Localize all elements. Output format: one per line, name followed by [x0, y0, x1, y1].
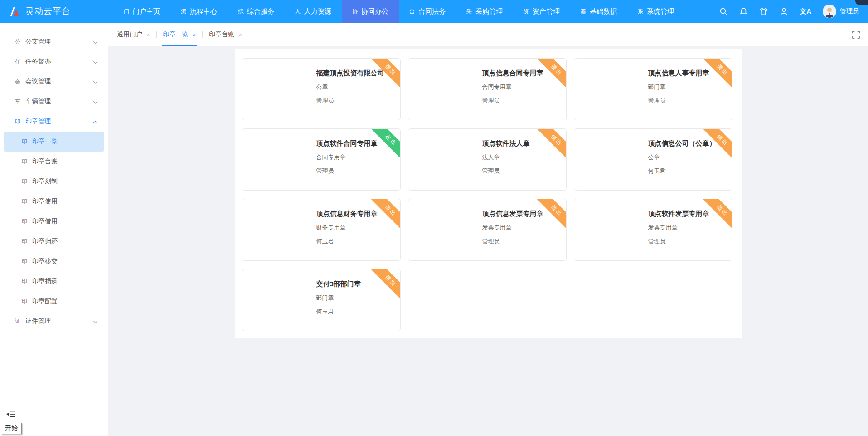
sidebar-subitem-seal-config[interactable]: 印 印章配置 [4, 291, 104, 311]
certificate-icon: 证 [15, 318, 22, 325]
seal-type: 发票专用章 [648, 224, 726, 232]
seal-icon: 印 [22, 178, 29, 186]
general-services-icon: 综 [238, 8, 243, 15]
hr-icon: 人 [295, 8, 301, 15]
sidebar-item-official-docs[interactable]: 公 公文管理 [0, 32, 108, 52]
sidebar-subitem-seal-ledger[interactable]: 印 印章台账 [4, 152, 104, 171]
contract-legal-icon: 合 [409, 8, 415, 15]
close-icon[interactable]: × [146, 31, 150, 38]
seal-image-placeholder [574, 59, 640, 120]
chevron-down-icon [93, 98, 98, 105]
nav-label: 协同办公 [361, 7, 388, 16]
tab-divider [156, 31, 157, 38]
tab-seal-ledger[interactable]: 印章台账 × [204, 23, 247, 46]
nav-label: 资产管理 [533, 7, 560, 16]
sidebar-subitem-label: 印章配置 [32, 297, 104, 305]
procurement-icon: 采 [466, 8, 472, 15]
nav-label: 合同法务 [418, 7, 446, 16]
close-icon[interactable]: × [193, 31, 196, 38]
seal-title: 福建顶点投资有限公司（公... [316, 69, 394, 78]
nav-item-general-services[interactable]: 综 综合服务 [228, 0, 285, 23]
sidebar-item-label: 公文管理 [25, 38, 93, 46]
nav-item-portal-home[interactable]: 门 门户主页 [113, 0, 170, 23]
seal-card[interactable]: 顶点信息人事专用章 部门章 管理员 借出 [574, 58, 732, 120]
user-icon[interactable] [780, 7, 788, 16]
sidebar-item-certificate-management[interactable]: 证 证件管理 [0, 311, 108, 331]
seal-title: 顶点软件法人章 [482, 139, 560, 148]
sidebar-subitem-seal-overview[interactable]: 印 印章一览 [4, 132, 104, 152]
seal-type: 发票专用章 [482, 224, 560, 232]
logo-icon [9, 5, 21, 17]
sidebar-subitem-seal-engraving[interactable]: 印 印章刻制 [4, 171, 104, 191]
seal-icon: 印 [22, 278, 29, 285]
seal-keeper: 何玉君 [316, 237, 394, 245]
seal-image-placeholder [574, 199, 640, 260]
chevron-up-icon [93, 118, 98, 125]
sidebar-item-meetings[interactable]: 会 会议管理 [0, 72, 108, 92]
seal-icon: 印 [22, 238, 29, 245]
seal-type: 法人章 [482, 153, 560, 162]
sidebar-subitem-label: 印章刻制 [32, 177, 104, 186]
seal-card[interactable]: 顶点信息发票专用章 发票专用章 管理员 借出 [408, 199, 567, 261]
seal-keeper: 管理员 [316, 97, 394, 105]
tab-seal-overview[interactable]: 印章一览 × [158, 23, 202, 46]
base-data-icon: 基 [581, 8, 586, 15]
seal-icon: 印 [22, 158, 29, 166]
seal-card[interactable]: 顶点信息合同专用章 合同专用章 管理员 借出 [408, 58, 567, 120]
sidebar-item-label: 印章管理 [25, 118, 93, 126]
seal-card[interactable]: 顶点信息公司（公章） 公章 何玉君 借出 [574, 128, 732, 191]
nav-item-assets[interactable]: 资 资产管理 [513, 0, 570, 23]
tab-general-portal[interactable]: 通用门户 × [112, 23, 155, 46]
language-icon[interactable]: 文A [800, 7, 811, 16]
nav-label: 人力资源 [304, 7, 331, 16]
sidebar-subitem-seal-loss[interactable]: 印 印章损遗 [4, 271, 104, 291]
search-icon[interactable] [719, 7, 728, 16]
sidebar-subitem-label: 印章使用 [32, 197, 104, 206]
user-menu[interactable]: 管理员 [823, 5, 859, 18]
close-icon[interactable]: × [238, 31, 242, 38]
browser-overlay-pill [855, 0, 868, 5]
nav-item-collaborative-office[interactable]: 协 协同办公 [342, 0, 399, 23]
seal-title: 顶点信息公司（公章） [648, 139, 726, 148]
seal-card[interactable]: 顶点信息财务专用章 财务专用章 何玉君 借出 [242, 199, 401, 261]
nav-item-hr[interactable]: 人 人力资源 [285, 0, 342, 23]
collapse-sidebar-icon[interactable] [6, 411, 16, 420]
sidebar-subitem-seal-transfer[interactable]: 印 印章移交 [4, 251, 104, 271]
seal-card[interactable]: 顶点软件发票专用章 发票专用章 管理员 借出 [574, 199, 732, 261]
seal-type: 部门章 [648, 83, 726, 91]
seal-image-placeholder [242, 269, 308, 331]
start-tooltip[interactable]: 开始 [1, 423, 22, 434]
sidebar-subitem-seal-usage[interactable]: 印 印章使用 [4, 191, 104, 211]
seal-icon: 印 [22, 258, 29, 265]
seal-title: 交付3部部门章 [316, 280, 394, 289]
sidebar-item-seal-management[interactable]: 印 印章管理 [0, 112, 108, 132]
nav-item-procurement[interactable]: 采 采购管理 [456, 0, 513, 23]
sidebar-subitem-label: 印章移交 [32, 257, 104, 265]
sidebar-subitem-seal-borrowing[interactable]: 印 印章借用 [4, 211, 104, 231]
seal-card[interactable]: 顶点软件法人章 法人章 管理员 借出 [408, 128, 567, 191]
seal-title: 顶点信息人事专用章 [648, 69, 726, 78]
nav-item-base-data[interactable]: 基 基础数据 [570, 0, 627, 23]
tab-label: 印章台账 [209, 30, 234, 39]
app-logo[interactable]: 灵动云平台 [0, 5, 113, 17]
seal-management-icon: 印 [15, 118, 22, 126]
nav-item-system-admin[interactable]: 系 系统管理 [627, 0, 684, 23]
chevron-down-icon [93, 78, 98, 85]
nav-item-contract-legal[interactable]: 合 合同法务 [399, 0, 456, 23]
theme-icon[interactable] [759, 7, 768, 16]
tab-divider [202, 31, 203, 38]
seal-card[interactable]: 交付3部部门章 部门章 何玉君 借出 [242, 269, 401, 331]
nav-item-process-center[interactable]: 流 流程中心 [170, 0, 228, 23]
seal-image-placeholder [242, 129, 308, 190]
seal-type: 公章 [316, 83, 394, 91]
fullscreen-icon[interactable] [852, 31, 860, 39]
sidebar-item-task-supervision[interactable]: 任 任务督办 [0, 52, 108, 72]
seal-card[interactable]: 福建顶点投资有限公司（公... 公章 管理员 借出 [242, 58, 401, 120]
seal-card[interactable]: 顶点软件合同专用章 合同专用章 管理员 在库 [242, 128, 401, 191]
sidebar-item-vehicles[interactable]: 车 车辆管理 [0, 92, 108, 112]
sidebar-subitem-seal-return[interactable]: 印 印章归还 [4, 231, 104, 251]
seal-keeper: 管理员 [648, 97, 726, 105]
bell-icon[interactable] [739, 7, 748, 16]
tab-bar: 通用门户 × 印章一览 × 印章台账 × [108, 23, 868, 46]
sidebar-item-label: 证件管理 [25, 317, 93, 325]
